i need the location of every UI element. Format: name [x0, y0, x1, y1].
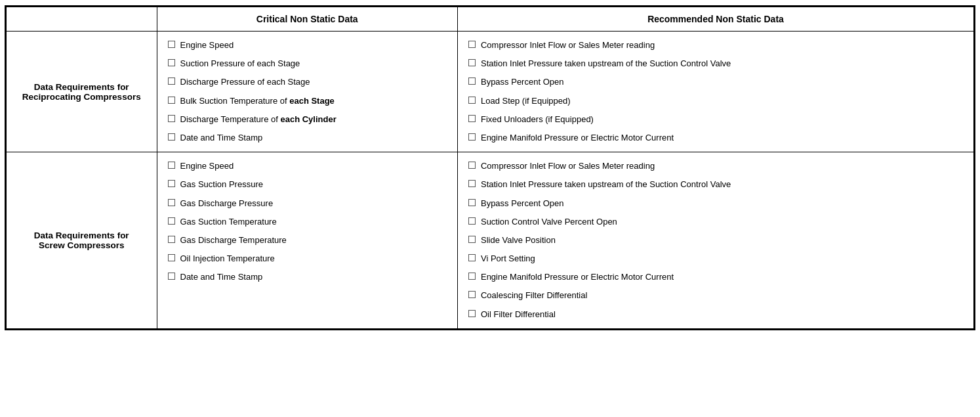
- checkbox-icon: [168, 133, 175, 141]
- header-empty: [7, 7, 157, 32]
- list-item: Gas Suction Temperature: [168, 216, 447, 228]
- checkbox-icon: [468, 77, 476, 85]
- list-item: Suction Control Valve Percent Open: [468, 216, 963, 228]
- list-item: Bulk Suction Temperature of each Stage: [168, 95, 447, 107]
- list-item: Engine Speed: [168, 39, 447, 51]
- checkbox-icon: [168, 236, 175, 243]
- checkbox-icon: [468, 41, 476, 48]
- checkbox-icon: [468, 273, 476, 280]
- critical-cell-reciprocating: Engine SpeedSuction Pressure of each Sta…: [157, 32, 457, 152]
- checkbox-icon: [468, 310, 476, 317]
- checkbox-icon: [168, 180, 175, 187]
- list-item: Bypass Percent Open: [468, 198, 963, 209]
- checkbox-icon: [168, 162, 175, 169]
- checkbox-icon: [468, 199, 476, 206]
- list-item: Coalescing Filter Differential: [468, 290, 963, 301]
- checkbox-icon: [168, 41, 175, 48]
- checkbox-icon: [168, 115, 175, 122]
- checkbox-icon: [168, 254, 175, 261]
- list-item: Suction Pressure of each Stage: [168, 58, 447, 70]
- list-item: Gas Discharge Pressure: [168, 198, 447, 209]
- list-item: Fixed Unloaders (if Equipped): [468, 114, 963, 125]
- checkbox-icon: [168, 273, 175, 280]
- list-item: Engine Manifold Pressure or Electric Mot…: [468, 132, 963, 144]
- checkbox-icon: [468, 162, 476, 169]
- checkbox-icon: [468, 217, 476, 225]
- critical-cell-screw: Engine SpeedGas Suction PressureGas Disc…: [157, 152, 457, 329]
- checkbox-icon: [168, 217, 175, 225]
- list-item: Engine Speed: [168, 160, 447, 172]
- checkbox-icon: [168, 199, 175, 206]
- checkbox-icon: [468, 133, 476, 141]
- recommended-cell-screw: Compressor Inlet Flow or Sales Meter rea…: [457, 152, 973, 329]
- row-header-reciprocating: Data Requirements forReciprocating Compr…: [7, 32, 157, 152]
- row-header-screw: Data Requirements forScrew Compressors: [7, 152, 157, 329]
- header-critical: Critical Non Static Data: [157, 7, 457, 32]
- list-item: Vi Port Setting: [468, 253, 963, 265]
- checkbox-icon: [168, 59, 175, 66]
- checkbox-icon: [468, 180, 476, 187]
- checkbox-icon: [468, 291, 476, 298]
- list-item: Date and Time Stamp: [168, 132, 447, 144]
- checkbox-icon: [468, 254, 476, 261]
- checkbox-icon: [168, 97, 175, 104]
- list-item: Date and Time Stamp: [168, 271, 447, 283]
- list-item: Oil Injection Temperature: [168, 253, 447, 265]
- list-item: Station Inlet Pressure taken upstream of…: [468, 58, 963, 70]
- checkbox-icon: [468, 59, 476, 66]
- checkbox-icon: [168, 77, 175, 85]
- list-item: Oil Filter Differential: [468, 309, 963, 320]
- list-item: Gas Discharge Temperature: [168, 234, 447, 246]
- list-item: Gas Suction Pressure: [168, 179, 447, 190]
- recommended-cell-reciprocating: Compressor Inlet Flow or Sales Meter rea…: [457, 32, 973, 152]
- checkbox-icon: [468, 236, 476, 243]
- list-item: Slide Valve Position: [468, 234, 963, 246]
- list-item: Discharge Temperature of each Cylinder: [168, 114, 447, 125]
- list-item: Engine Manifold Pressure or Electric Mot…: [468, 271, 963, 283]
- list-item: Compressor Inlet Flow or Sales Meter rea…: [468, 39, 963, 51]
- checkbox-icon: [468, 115, 476, 122]
- list-item: Compressor Inlet Flow or Sales Meter rea…: [468, 160, 963, 172]
- main-table: Critical Non Static Data Recommended Non…: [5, 5, 975, 330]
- list-item: Station Inlet Pressure taken upstream of…: [468, 179, 963, 190]
- checkbox-icon: [468, 97, 476, 104]
- list-item: Bypass Percent Open: [468, 76, 963, 88]
- list-item: Discharge Pressure of each Stage: [168, 76, 447, 88]
- header-recommended: Recommended Non Static Data: [457, 7, 973, 32]
- list-item: Load Step (if Equipped): [468, 95, 963, 107]
